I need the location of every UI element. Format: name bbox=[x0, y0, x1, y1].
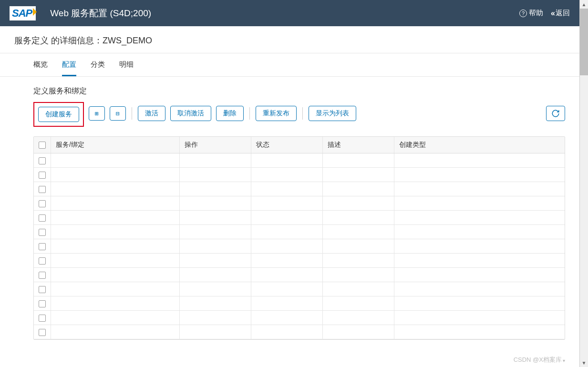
row-checkbox[interactable] bbox=[39, 229, 46, 236]
main-area: SAP Web 服务配置 (S4D;200) ? 帮助 « 返回 服务定义 的详… bbox=[0, 0, 579, 367]
help-link[interactable]: ? 帮助 bbox=[519, 9, 543, 18]
refresh-icon bbox=[551, 109, 560, 118]
create-service-button[interactable]: 创建服务 bbox=[38, 107, 79, 122]
table-row[interactable] bbox=[34, 211, 565, 225]
column-create-type[interactable]: 创建类型 bbox=[394, 137, 565, 153]
table-row[interactable] bbox=[34, 325, 565, 339]
tab-detail[interactable]: 明细 bbox=[119, 60, 134, 76]
row-checkbox[interactable] bbox=[39, 186, 46, 193]
select-all-checkbox[interactable] bbox=[39, 142, 46, 149]
toolbar-divider bbox=[302, 107, 303, 120]
table-row[interactable] bbox=[34, 239, 565, 254]
toolbar-divider bbox=[132, 107, 132, 120]
service-binding-table: 服务/绑定 操作 状态 描述 创建类型 bbox=[33, 136, 565, 340]
help-icon: ? bbox=[519, 10, 527, 17]
row-checkbox[interactable] bbox=[39, 272, 46, 279]
vertical-scrollbar[interactable]: ▲ ▼ bbox=[579, 0, 588, 367]
tab-category[interactable]: 分类 bbox=[91, 60, 105, 76]
header-bar: SAP Web 服务配置 (S4D;200) ? 帮助 « 返回 bbox=[0, 0, 579, 26]
expand-all-icon: ⊞ bbox=[95, 110, 99, 117]
scrollbar-up-button[interactable]: ▲ bbox=[580, 0, 588, 9]
sap-logo-text: SAP bbox=[10, 7, 35, 20]
republish-button[interactable]: 重新发布 bbox=[256, 106, 297, 121]
table-row[interactable] bbox=[34, 268, 565, 282]
scrollbar-thumb[interactable] bbox=[580, 9, 588, 75]
row-checkbox[interactable] bbox=[39, 172, 46, 179]
section-title: 定义服务和绑定 bbox=[33, 86, 565, 96]
delete-button[interactable]: 删除 bbox=[216, 106, 244, 121]
column-binding[interactable]: 服务/绑定 bbox=[51, 137, 180, 153]
row-checkbox[interactable] bbox=[39, 214, 46, 222]
expand-all-button[interactable]: ⊞ bbox=[89, 106, 105, 121]
collapse-all-icon: ⊟ bbox=[116, 110, 120, 117]
back-label: 返回 bbox=[556, 9, 570, 18]
back-icon: « bbox=[551, 9, 554, 18]
tab-bar: 概览 配置 分类 明细 bbox=[0, 53, 579, 77]
subheader: 服务定义 的详细信息：ZWS_DEMO bbox=[0, 26, 579, 53]
row-checkbox[interactable] bbox=[39, 286, 46, 293]
content-area: 定义服务和绑定 创建服务 ⊞ ⊟ 激活 取消激活 删除 bbox=[0, 77, 579, 340]
table-row[interactable] bbox=[34, 225, 565, 239]
table-row[interactable] bbox=[34, 254, 565, 268]
column-action[interactable]: 操作 bbox=[180, 137, 251, 153]
table-row[interactable] bbox=[34, 296, 565, 311]
row-checkbox[interactable] bbox=[39, 243, 46, 250]
toolbar-divider bbox=[249, 107, 250, 120]
table-row[interactable] bbox=[34, 196, 565, 211]
refresh-button[interactable] bbox=[546, 106, 565, 121]
tab-config[interactable]: 配置 bbox=[62, 60, 76, 76]
sap-logo: SAP bbox=[10, 6, 36, 20]
table-row[interactable] bbox=[34, 311, 565, 325]
highlight-annotation: 创建服务 bbox=[33, 102, 84, 127]
show-as-list-button[interactable]: 显示为列表 bbox=[309, 106, 356, 121]
table-row[interactable] bbox=[34, 182, 565, 196]
back-link[interactable]: « 返回 bbox=[551, 9, 570, 18]
scrollbar-down-button[interactable]: ▼ bbox=[580, 358, 588, 367]
table-row[interactable] bbox=[34, 153, 565, 168]
column-desc[interactable]: 描述 bbox=[323, 137, 394, 153]
table-row[interactable] bbox=[34, 282, 565, 296]
table-row[interactable] bbox=[34, 168, 565, 182]
activate-button[interactable]: 激活 bbox=[138, 106, 165, 121]
row-checkbox[interactable] bbox=[39, 300, 46, 307]
collapse-all-button[interactable]: ⊟ bbox=[110, 106, 126, 121]
tab-overview[interactable]: 概览 bbox=[33, 60, 48, 76]
watermark: CSDN @X档案库 bbox=[514, 356, 565, 364]
select-all-header bbox=[34, 137, 51, 153]
row-checkbox[interactable] bbox=[39, 329, 46, 336]
row-checkbox[interactable] bbox=[39, 200, 46, 207]
row-checkbox[interactable] bbox=[39, 157, 46, 164]
row-checkbox[interactable] bbox=[39, 315, 46, 322]
column-status[interactable]: 状态 bbox=[251, 137, 323, 153]
deactivate-button[interactable]: 取消激活 bbox=[170, 106, 211, 121]
help-label: 帮助 bbox=[529, 9, 543, 18]
page-title: Web 服务配置 (S4D;200) bbox=[50, 7, 519, 20]
row-checkbox[interactable] bbox=[39, 257, 46, 265]
subheader-text: 服务定义 的详细信息：ZWS_DEMO bbox=[14, 36, 152, 45]
